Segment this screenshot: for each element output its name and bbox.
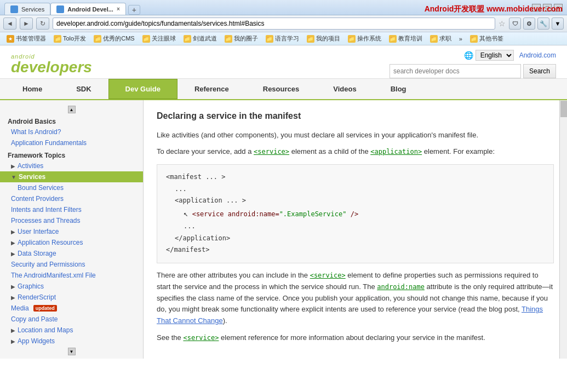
sidebar-item-graphics[interactable]: ▶ Graphics — [0, 281, 143, 292]
para3-end: ). — [223, 316, 227, 325]
sidebar-item-manifest[interactable]: The AndroidManifest.xml File — [0, 270, 143, 281]
close-button[interactable]: × — [554, 4, 563, 11]
android-com-link[interactable]: Android.com — [519, 51, 556, 59]
application-tag-link[interactable]: <application> — [370, 148, 422, 155]
bookmark-sword-label: 剑道武道 — [193, 34, 217, 43]
refresh-button[interactable]: ↻ — [36, 18, 49, 30]
sidebar-item-data-storage[interactable]: ▶ Data Storage — [0, 248, 143, 259]
bookmark-manager-label: 书签管理器 — [16, 34, 46, 43]
bookmark-others[interactable]: 📁 其他书签 — [467, 33, 507, 44]
search-button[interactable]: Search — [523, 64, 556, 78]
bookmark-others-icon: 📁 — [470, 35, 478, 43]
service-tag-link3[interactable]: <service> — [183, 334, 219, 342]
bookmark-circle[interactable]: 📁 我的圈子 — [221, 33, 261, 44]
bookmark-eye-label: 关注眼球 — [152, 34, 176, 43]
sidebar-item-renderscript[interactable]: ▶ RenderScript — [0, 292, 143, 303]
sidebar-item-bound-services[interactable]: Bound Services — [0, 182, 143, 193]
sidebar-item-services[interactable]: ▼ Services — [0, 171, 143, 182]
bookmark-edu[interactable]: 📁 教育培训 — [386, 33, 426, 44]
new-tab-button[interactable]: + — [128, 5, 140, 15]
android-name-attr-link[interactable]: android:name — [377, 283, 425, 291]
wrench-icon[interactable]: 🔧 — [537, 18, 549, 30]
sidebar-item-services-label: Services — [19, 173, 45, 181]
bookmark-tolo-label: Tolo开发 — [63, 34, 86, 43]
main-layout: ▲ Android Basics What Is Android? Applic… — [0, 100, 567, 359]
language-selector[interactable]: 🌐 English — [464, 50, 514, 61]
bookmark-project-icon: 📁 — [307, 35, 314, 43]
bookmark-cms[interactable]: 📁 优秀的CMS — [90, 33, 138, 44]
tab-videos[interactable]: Videos — [316, 79, 373, 99]
sidebar-item-location[interactable]: ▶ Location and Maps — [0, 325, 143, 336]
content-para1: Like activities (and other components), … — [157, 130, 554, 141]
sidebar-item-activities-label: Activities — [18, 162, 43, 170]
code-line-2: ... — [166, 183, 545, 195]
tab-services[interactable]: Services — [4, 3, 50, 15]
sidebar-item-location-label: Location and Maps — [18, 326, 73, 334]
sidebar-item-app-fundamentals[interactable]: Application Fundamentals — [0, 137, 143, 148]
maximize-button[interactable]: □ — [543, 4, 552, 11]
scroll-thumb[interactable] — [560, 101, 567, 117]
sidebar-item-ui-label: User Interface — [18, 228, 59, 235]
bookmark-job[interactable]: 📁 求职 — [427, 33, 455, 44]
minimize-button[interactable]: _ — [532, 4, 541, 11]
para2-mid: element as a child of the — [289, 147, 370, 155]
tab-home[interactable]: Home — [5, 79, 59, 99]
tab-dev-guide[interactable]: Dev Guide — [108, 79, 177, 99]
service-tag-link2[interactable]: <service> — [310, 272, 346, 279]
bookmark-project[interactable]: 📁 我的项目 — [303, 33, 343, 44]
tab-android-devel[interactable]: Android Devel... × — [50, 3, 126, 15]
sidebar-item-security[interactable]: Security and Permissions — [0, 259, 143, 270]
sidebar-item-what-is-android[interactable]: What Is Android? — [0, 126, 143, 137]
tools-icon[interactable]: ▼ — [552, 18, 564, 30]
content-scrollbar[interactable] — [559, 100, 567, 359]
sidebar-item-app-widgets[interactable]: ▶ App Widgets — [0, 336, 143, 347]
tab-sdk[interactable]: SDK — [59, 79, 108, 99]
code-line-1: <manifest ... > — [166, 171, 545, 183]
sidebar-item-media[interactable]: Media updated — [0, 303, 143, 314]
sidebar-item-widgets-label: App Widgets — [18, 337, 55, 345]
forward-button[interactable]: ► — [20, 18, 33, 30]
bookmark-eye[interactable]: 📁 关注眼球 — [139, 33, 179, 44]
tab-blog[interactable]: Blog — [374, 79, 423, 99]
service-tag-link[interactable]: <service> — [254, 148, 289, 155]
bookmark-edu-label: 教育培训 — [398, 34, 422, 43]
tab-resources[interactable]: Resources — [246, 79, 316, 99]
code-line-5: ... — [166, 221, 545, 233]
bookmark-star-icon[interactable]: ☆ — [499, 19, 506, 28]
sidebar-scroll-up[interactable]: ▲ — [68, 106, 76, 113]
para4-suffix: element reference for more information a… — [219, 333, 485, 342]
address-input[interactable] — [53, 18, 495, 30]
sidebar-scroll-down[interactable]: ▼ — [68, 348, 76, 355]
bookmark-cms-label: 优秀的CMS — [103, 34, 134, 43]
bookmark-lang-label: 语言学习 — [275, 34, 299, 43]
sidebar-item-app-resources[interactable]: ▶ Application Resources — [0, 237, 143, 248]
sidebar-item-intents[interactable]: Intents and Intent Filters — [0, 204, 143, 215]
bookmark-lang-icon: 📁 — [266, 35, 273, 43]
sidebar-item-user-interface[interactable]: ▶ User Interface — [0, 226, 143, 237]
storage-expand-icon: ▶ — [11, 251, 15, 257]
cursor-arrow: ↖ — [184, 207, 188, 221]
shield-icon[interactable]: 🛡 — [509, 18, 521, 30]
tab-reference[interactable]: Reference — [177, 79, 246, 99]
bookmark-sword[interactable]: 📁 剑道武道 — [180, 33, 220, 44]
tab-close-icon[interactable]: × — [117, 6, 120, 12]
activities-expand-icon: ▶ — [11, 163, 15, 169]
code-line-6: </application> — [166, 233, 545, 245]
search-area: Search — [390, 64, 556, 78]
sidebar-item-processes[interactable]: Processes and Threads — [0, 215, 143, 226]
bookmark-os[interactable]: 📁 操作系统 — [345, 33, 385, 44]
media-updated-badge: updated — [33, 305, 57, 312]
bookmark-tolo[interactable]: 📁 Tolo开发 — [50, 33, 89, 44]
sidebar-item-content-providers[interactable]: Content Providers — [0, 193, 143, 204]
sidebar-item-activities[interactable]: ▶ Activities — [0, 160, 143, 171]
search-input[interactable] — [390, 64, 521, 78]
bookmark-lang[interactable]: 📁 语言学习 — [262, 33, 302, 44]
back-button[interactable]: ◄ — [3, 18, 16, 30]
language-dropdown[interactable]: English — [476, 50, 514, 61]
bookmark-more[interactable]: » — [456, 34, 466, 43]
bookmark-cms-icon: 📁 — [94, 35, 101, 43]
bookmark-manager[interactable]: ★ 书签管理器 — [3, 33, 49, 44]
resources-expand-icon: ▶ — [11, 240, 15, 246]
settings-icon[interactable]: ⚙ — [523, 18, 535, 30]
sidebar-item-copy-paste[interactable]: Copy and Paste — [0, 314, 143, 325]
